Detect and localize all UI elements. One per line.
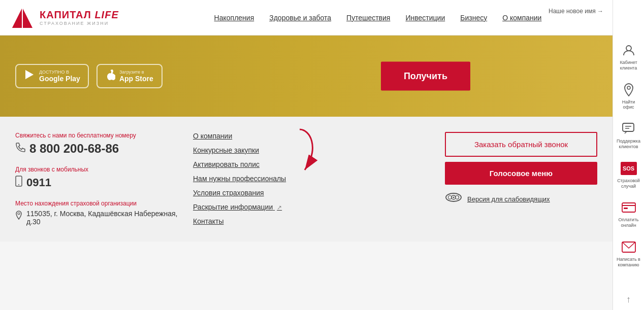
contact-column: Свяжитесь с нами по бесплатному номеру 8… bbox=[15, 132, 178, 231]
link-professionaly[interactable]: Нам нужны профессионалы bbox=[193, 175, 435, 183]
footer-content: Свяжитесь с нами по бесплатному номеру 8… bbox=[0, 117, 613, 242]
address-label: Место нахождения страховой организации bbox=[15, 200, 178, 207]
mail-icon bbox=[621, 239, 637, 255]
logo-life: LIFE bbox=[94, 9, 118, 20]
vision-row[interactable]: Версия для слабовидящих bbox=[445, 192, 597, 205]
free-number-label: Свяжитесь с нами по бесплатному номеру bbox=[15, 132, 178, 139]
nav-nakopleniya[interactable]: Накопления bbox=[214, 14, 254, 22]
mobile-icon bbox=[15, 176, 22, 190]
main-content: ДОСТУПНО В Google Play Загрузите в App S… bbox=[0, 36, 613, 242]
person-icon bbox=[621, 42, 637, 58]
nav-puteshestviya[interactable]: Путешествия bbox=[346, 14, 390, 22]
google-play-icon bbox=[24, 69, 35, 83]
svg-point-14 bbox=[18, 213, 20, 215]
sos-icon: SOS bbox=[621, 162, 637, 175]
mobile-label: Для звонков с мобильных bbox=[15, 166, 178, 173]
svg-point-3 bbox=[626, 46, 631, 51]
appstore-button[interactable]: Загрузите в App Store bbox=[96, 64, 163, 88]
logo-text: КАПИТАЛ LIFE СТРАХОВАНИЕ ЖИЗНИ bbox=[40, 9, 119, 26]
address-value: 115035, г. Москва, Кадашёвская Набережна… bbox=[26, 210, 178, 226]
nav-investicii[interactable]: Инвестиции bbox=[405, 14, 445, 22]
link-aktivirovat[interactable]: Активировать полис bbox=[193, 160, 435, 168]
links-column: О компании Конкурсные закупки Активирова… bbox=[188, 132, 435, 231]
location-icon bbox=[621, 82, 637, 98]
sidebar-item-sos[interactable]: SOS Страховойслучай bbox=[613, 156, 645, 193]
apple-icon bbox=[105, 69, 115, 83]
link-usloviya[interactable]: Условия страхования bbox=[193, 189, 435, 197]
logo-brand: КАПИТАЛ bbox=[40, 9, 91, 20]
address: 115035, г. Москва, Кадашёвская Набережна… bbox=[15, 210, 178, 226]
link-kontakty[interactable]: Контакты bbox=[193, 217, 435, 225]
right-sidebar: Кабинетклиента Найтиофис Поддержкаклиент… bbox=[613, 0, 644, 310]
external-link-icon: ↗ bbox=[277, 204, 282, 211]
vision-icon bbox=[445, 192, 462, 205]
svg-point-13 bbox=[18, 184, 19, 185]
appstore-small: Загрузите в bbox=[119, 70, 153, 75]
sidebar-label-mail: Написать вкомпанию bbox=[617, 257, 640, 268]
footer: Свяжитесь с нами по бесплатному номеру 8… bbox=[0, 117, 613, 242]
scroll-up-button[interactable]: ↑ bbox=[613, 294, 645, 305]
nav-biznesu[interactable]: Бизнесу bbox=[460, 14, 487, 22]
chat-icon bbox=[621, 121, 637, 137]
svg-marker-1 bbox=[12, 8, 22, 28]
nav-o-kompanii[interactable]: О компании bbox=[502, 14, 541, 22]
sidebar-label-sos: Страховойслучай bbox=[617, 178, 640, 189]
svg-rect-8 bbox=[622, 203, 635, 212]
sidebar-item-office[interactable]: Найтиофис bbox=[613, 78, 645, 115]
app-buttons: ДОСТУПНО В Google Play Загрузите в App S… bbox=[15, 64, 163, 88]
phone-number: 8 800 200-68-86 bbox=[15, 142, 178, 156]
svg-rect-10 bbox=[624, 208, 628, 209]
google-play-button[interactable]: ДОСТУПНО В Google Play bbox=[15, 64, 89, 88]
banner: ДОСТУПНО В Google Play Загрузите в App S… bbox=[0, 36, 613, 117]
logo: КАПИТАЛ LIFE СТРАХОВАНИЕ ЖИЗНИ bbox=[10, 6, 122, 30]
vision-label: Версия для слабовидящих bbox=[467, 195, 550, 203]
svg-point-18 bbox=[453, 197, 455, 198]
sidebar-item-mail[interactable]: Написать вкомпанию bbox=[613, 235, 645, 272]
sidebar-label-pay: Оплатитьонлайн bbox=[619, 217, 639, 228]
phone-value: 8 800 200-68-86 bbox=[29, 142, 119, 156]
google-play-small: ДОСТУПНО В bbox=[39, 70, 80, 75]
card-icon bbox=[621, 199, 637, 216]
logo-icon bbox=[10, 6, 35, 30]
pin-icon bbox=[15, 211, 22, 222]
sidebar-label-cabinet: Кабинетклиента bbox=[620, 60, 637, 71]
voice-menu-button[interactable]: Голосовое меню bbox=[445, 162, 597, 185]
link-konkursnye[interactable]: Конкурсные закупки bbox=[193, 146, 435, 154]
sidebar-label-support: Поддержкаклиентов bbox=[617, 139, 640, 150]
appstore-big: App Store bbox=[119, 75, 153, 83]
mobile-value: 0911 bbox=[26, 176, 51, 189]
google-play-big: Google Play bbox=[39, 75, 80, 83]
sidebar-label-office: Найтиофис bbox=[622, 99, 635, 111]
callback-button[interactable]: Заказать обратный звонок bbox=[445, 132, 597, 157]
sidebar-item-support[interactable]: Поддержкаклиентов bbox=[613, 117, 645, 154]
get-button[interactable]: Получить bbox=[381, 62, 470, 91]
raskrytie-label: Раскрытие информации bbox=[193, 203, 273, 211]
phone-icon bbox=[15, 143, 25, 155]
link-raskrytie[interactable]: Раскрытие информации ↗ bbox=[193, 203, 435, 211]
logo-subtitle: СТРАХОВАНИЕ ЖИЗНИ bbox=[40, 21, 119, 26]
svg-rect-5 bbox=[623, 123, 634, 131]
sidebar-item-cabinet[interactable]: Кабинетклиента bbox=[613, 38, 645, 75]
nav-zdorovye[interactable]: Здоровье и забота bbox=[269, 14, 331, 22]
sidebar-item-pay[interactable]: Оплатитьонлайн bbox=[613, 195, 645, 232]
new-name-link[interactable]: Наше новое имя → bbox=[549, 8, 603, 15]
buttons-column: Заказать обратный звонок Голосовое меню bbox=[445, 132, 597, 231]
link-o-kompanii[interactable]: О компании bbox=[193, 132, 435, 140]
header: КАПИТАЛ LIFE СТРАХОВАНИЕ ЖИЗНИ Накоплени… bbox=[0, 0, 644, 36]
mobile-number: 0911 bbox=[15, 176, 178, 190]
svg-point-4 bbox=[627, 86, 630, 89]
